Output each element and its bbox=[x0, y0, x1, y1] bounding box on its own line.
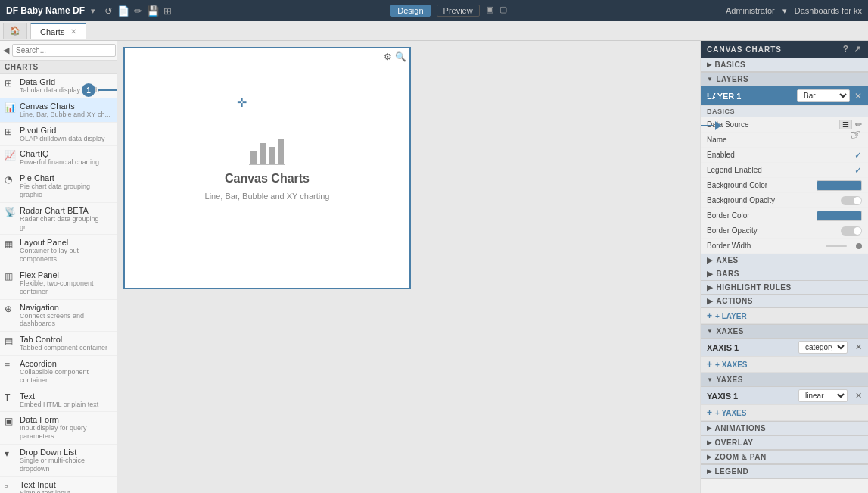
bg-opacity-row: Background Opacity bbox=[701, 193, 868, 208]
bars-section-header[interactable]: ▶ BARS bbox=[701, 267, 868, 281]
highlight-rules-label: HIGHLIGHT RULES bbox=[717, 283, 792, 292]
design-button[interactable]: Design bbox=[390, 5, 430, 17]
yaxes-label: YAXES bbox=[716, 376, 742, 384]
legend-section-header[interactable]: ▶ LEGEND bbox=[701, 464, 868, 479]
svg-rect-0 bbox=[250, 151, 257, 164]
callout-line-1 bbox=[98, 89, 117, 91]
zoom-pan-section-header[interactable]: ▶ ZOOM & PAN bbox=[701, 450, 868, 464]
xaxes-section-header[interactable]: ▼ XAXES bbox=[701, 324, 868, 339]
file-icon[interactable]: 📄 bbox=[117, 5, 129, 17]
sidebar-item-chartiq[interactable]: 📈 ChartIQ Powerful financial charting bbox=[0, 146, 117, 170]
border-opacity-row: Border Opacity bbox=[701, 223, 868, 239]
sidebar-item-text[interactable]: T Text Embed HTML or plain text bbox=[0, 388, 117, 413]
data-source-icon[interactable]: ☰ bbox=[839, 120, 852, 129]
yaxes-arrow: ▼ bbox=[707, 376, 713, 383]
layer-basics-header: BASICS bbox=[701, 106, 868, 117]
bg-color-value[interactable] bbox=[817, 180, 862, 191]
user-dropdown-arrow[interactable]: ▾ bbox=[782, 6, 787, 16]
dropdown-arrow[interactable]: ▾ bbox=[91, 6, 95, 16]
tab-control-desc: Tabbed component container bbox=[20, 344, 112, 352]
top-bar-file-actions: ↺ 📄 ✏ 💾 ⊞ bbox=[104, 5, 172, 17]
layer-type-dropdown[interactable]: Bar Line Bubble XY bbox=[797, 89, 850, 102]
sidebar-item-layout-panel[interactable]: ▦ Layout Panel Container to lay out comp… bbox=[0, 235, 117, 267]
yaxis-1-delete-btn[interactable]: ✕ bbox=[855, 391, 862, 401]
callout-line-3 bbox=[700, 125, 713, 126]
border-opacity-toggle[interactable] bbox=[841, 226, 862, 236]
save-icon[interactable]: 💾 bbox=[147, 5, 159, 17]
sidebar-search-bar: ◀ ✕ ▶ bbox=[0, 41, 117, 61]
bg-color-swatch[interactable] bbox=[817, 180, 862, 191]
basics-section-header[interactable]: ▶ BASICS bbox=[701, 58, 868, 72]
overlay-arrow: ▶ bbox=[707, 439, 712, 446]
drag-handle-icon[interactable]: ✛ bbox=[237, 95, 247, 110]
radar-chart-desc: Radar chart data grouping gr... bbox=[20, 215, 112, 232]
layers-section-header[interactable]: ▼ LAYERS bbox=[701, 72, 868, 86]
sidebar-item-text-input[interactable]: ▫ Text Input Simple text input bbox=[0, 477, 117, 493]
edit-icon[interactable]: ✏ bbox=[134, 5, 142, 17]
add-yaxes-row[interactable]: + + YAXES bbox=[701, 405, 868, 421]
axes-section-header[interactable]: ▶ AXES bbox=[701, 254, 868, 267]
border-color-value[interactable] bbox=[817, 211, 862, 221]
data-grid-icon: ⊞ bbox=[5, 78, 15, 89]
sidebar-item-canvas-charts[interactable]: 📊 Canvas Charts Line, Bar, Bubble and XY… bbox=[0, 98, 117, 123]
border-color-swatch[interactable] bbox=[817, 211, 862, 221]
pie-chart-name: Pie Chart bbox=[20, 173, 112, 183]
canvas-zoom-btn[interactable]: 🔍 bbox=[395, 51, 406, 62]
yaxes-section-header[interactable]: ▼ YAXES bbox=[701, 373, 868, 387]
data-source-edit-icon[interactable]: ✏ bbox=[855, 120, 862, 129]
sidebar-item-accordion[interactable]: ≡ Accordion Collapsible component contai… bbox=[0, 356, 117, 388]
bg-opacity-toggle[interactable] bbox=[841, 196, 862, 205]
highlight-rules-section-header[interactable]: ▶ HIGHLIGHT RULES bbox=[701, 281, 868, 295]
sidebar-item-radar-chart[interactable]: 📡 Radar Chart BETA Radar chart data grou… bbox=[0, 203, 117, 236]
grid-icon[interactable]: ⊞ bbox=[163, 5, 172, 17]
charts-tab-close[interactable]: ✕ bbox=[70, 27, 76, 36]
charts-tab[interactable]: Charts ✕ bbox=[30, 23, 86, 39]
sidebar-collapse-left[interactable]: ◀ bbox=[3, 45, 9, 55]
border-width-knob[interactable] bbox=[856, 243, 862, 249]
search-input[interactable] bbox=[12, 44, 116, 57]
top-bar: DF Baby Name DF ▾ ↺ 📄 ✏ 💾 ⊞ Design Previ… bbox=[0, 0, 868, 21]
expand-icon[interactable]: ↗ bbox=[854, 44, 862, 55]
dropdown-text: Drop Down List Single or multi-choice dr… bbox=[20, 448, 112, 473]
sidebar-item-tab-control[interactable]: ▤ Tab Control Tabbed component container bbox=[0, 332, 117, 356]
layers-arrow: ▼ bbox=[707, 76, 713, 83]
enabled-row: Enabled ✓ bbox=[701, 148, 868, 163]
layout-icon-2[interactable]: ▢ bbox=[499, 5, 507, 17]
add-xaxes-row[interactable]: + + XAXES bbox=[701, 357, 868, 373]
animations-section-header[interactable]: ▶ ANIMATIONS bbox=[701, 421, 868, 435]
home-tab[interactable]: 🏠 bbox=[3, 23, 27, 39]
preview-button[interactable]: Preview bbox=[437, 5, 480, 17]
actions-section-header[interactable]: ▶ ACTIONS bbox=[701, 295, 868, 308]
pie-chart-icon: ◔ bbox=[5, 174, 15, 185]
yaxis-1-dropdown[interactable]: linear log bbox=[798, 389, 848, 402]
callout-2: 2 bbox=[700, 91, 721, 105]
help-icon[interactable]: ? bbox=[843, 44, 849, 55]
layout-icon-1[interactable]: ▣ bbox=[486, 5, 493, 17]
sidebar-item-flex-panel[interactable]: ▥ Flex Panel Flexible, two-component con… bbox=[0, 267, 117, 300]
xaxis-1-delete-btn[interactable]: ✕ bbox=[855, 342, 862, 352]
chartiq-icon: 📈 bbox=[5, 150, 15, 161]
svg-rect-2 bbox=[269, 147, 275, 164]
border-width-slider[interactable] bbox=[826, 245, 847, 247]
legend-enabled-row: Legend Enabled ✓ bbox=[701, 163, 868, 178]
layer-delete-btn[interactable]: ✕ bbox=[854, 91, 862, 101]
data-form-desc: Input display for query parameters bbox=[20, 424, 112, 441]
layout-panel-icon: ▦ bbox=[5, 239, 15, 249]
sidebar-item-pivot-grid[interactable]: ⊞ Pivot Grid OLAP drilldown data display bbox=[0, 123, 117, 147]
tab-control-name: Tab Control bbox=[20, 335, 112, 344]
dropdown-icon: ▾ bbox=[5, 448, 15, 459]
overlay-section-header[interactable]: ▶ OVERLAY bbox=[701, 435, 868, 450]
text-item-text: Text Embed HTML or plain text bbox=[20, 392, 112, 409]
sidebar-item-navigation[interactable]: ⊕ Navigation Connect screens and dashboa… bbox=[0, 300, 117, 332]
refresh-icon[interactable]: ↺ bbox=[104, 5, 113, 17]
canvas-charts-desc: Line, Bar, Bubble and XY ch... bbox=[20, 111, 112, 119]
pivot-grid-text: Pivot Grid OLAP drilldown data display bbox=[20, 126, 112, 143]
add-layer-row[interactable]: + + LAYER bbox=[701, 308, 868, 324]
xaxis-1-dropdown[interactable]: category linear log time bbox=[798, 341, 848, 354]
canvas-settings-btn[interactable]: ⚙ bbox=[384, 51, 392, 62]
layout-panel-text: Layout Panel Container to lay out compon… bbox=[20, 238, 112, 264]
sidebar-item-pie-chart[interactable]: ◔ Pie Chart Pie chart data grouping grap… bbox=[0, 170, 117, 203]
pivot-grid-icon: ⊞ bbox=[5, 126, 15, 137]
sidebar-item-data-form[interactable]: ▣ Data Form Input display for query para… bbox=[0, 412, 117, 445]
sidebar-item-dropdown[interactable]: ▾ Drop Down List Single or multi-choice … bbox=[0, 445, 117, 477]
